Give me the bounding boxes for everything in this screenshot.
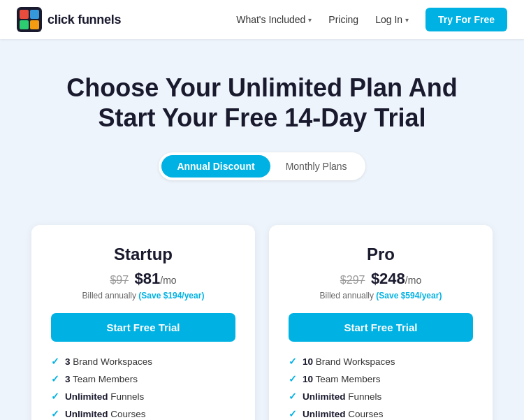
hero-section: Choose Your Unlimited Plan And Start You… [0, 39, 524, 225]
feature-item: ✓ 3 Brand Workspaces [51, 356, 235, 367]
nav-links: What's Included ▾ Pricing Log In ▾ Try F… [236, 8, 507, 31]
plan-price-period: /mo [160, 275, 176, 286]
plan-price-new: $248 [371, 270, 405, 287]
whats-included-chevron-icon: ▾ [308, 16, 312, 24]
whats-included-link[interactable]: What's Included ▾ [236, 14, 312, 25]
check-icon: ✓ [51, 356, 59, 367]
feature-item: ✓ 10 Brand Workspaces [289, 356, 473, 367]
annual-discount-tab[interactable]: Annual Discount [161, 155, 270, 178]
svg-rect-2 [30, 10, 39, 19]
plan-name: Pro [289, 245, 473, 264]
svg-rect-3 [20, 20, 29, 29]
feature-item: ✓ 3 Team Members [51, 373, 235, 384]
navbar: click funnels What's Included ▾ Pricing … [0, 0, 524, 39]
plan-price-period: /mo [405, 275, 421, 286]
check-icon: ✓ [289, 408, 297, 419]
try-free-button[interactable]: Try For Free [425, 8, 507, 31]
svg-rect-4 [30, 20, 39, 29]
feature-item: ✓ 10 Team Members [289, 373, 473, 384]
plan-billing-save: (Save $194/year) [138, 291, 204, 300]
plan-price: $297 $248/mo [289, 270, 473, 288]
check-icon: ✓ [51, 408, 59, 419]
plan-billing: Billed annually (Save $594/year) [289, 291, 473, 300]
billing-toggle: Annual Discount Monthly Plans [159, 152, 365, 180]
features-list: ✓ 3 Brand Workspaces ✓ 3 Team Members ✓ … [51, 356, 235, 420]
plan-card-startup: Startup $97 $81/mo Billed annually (Save… [31, 225, 255, 420]
features-list: ✓ 10 Brand Workspaces ✓ 10 Team Members … [289, 356, 473, 420]
hero-heading: Choose Your Unlimited Plan And Start You… [66, 73, 458, 133]
plan-price-new: $81 [135, 270, 161, 287]
logo[interactable]: click funnels [17, 7, 236, 32]
start-trial-button-top[interactable]: Start Free Trial [51, 313, 235, 342]
plan-price-old: $297 [340, 274, 365, 286]
monthly-plans-tab[interactable]: Monthly Plans [270, 155, 363, 178]
check-icon: ✓ [289, 356, 297, 367]
plan-name: Startup [51, 245, 235, 264]
feature-item: ✓ Unlimited Courses [289, 408, 473, 419]
check-icon: ✓ [51, 391, 59, 402]
plan-price: $97 $81/mo [51, 270, 235, 288]
pricing-cards: Startup $97 $81/mo Billed annually (Save… [0, 225, 524, 420]
feature-item: ✓ Unlimited Funnels [51, 391, 235, 402]
login-link[interactable]: Log In ▾ [375, 14, 409, 25]
check-icon: ✓ [289, 373, 297, 384]
pricing-link[interactable]: Pricing [328, 14, 358, 25]
check-icon: ✓ [289, 391, 297, 402]
svg-rect-1 [20, 10, 29, 19]
logo-text: click funnels [48, 13, 121, 27]
feature-item: ✓ Unlimited Courses [51, 408, 235, 419]
logo-icon [17, 7, 42, 32]
feature-item: ✓ Unlimited Funnels [289, 391, 473, 402]
plan-billing-save: (Save $594/year) [376, 291, 442, 300]
plan-billing: Billed annually (Save $194/year) [51, 291, 235, 300]
plan-card-pro: Pro $297 $248/mo Billed annually (Save $… [269, 225, 493, 420]
start-trial-button-top[interactable]: Start Free Trial [289, 313, 473, 342]
plan-price-old: $97 [110, 274, 129, 286]
check-icon: ✓ [51, 373, 59, 384]
login-chevron-icon: ▾ [405, 16, 409, 24]
